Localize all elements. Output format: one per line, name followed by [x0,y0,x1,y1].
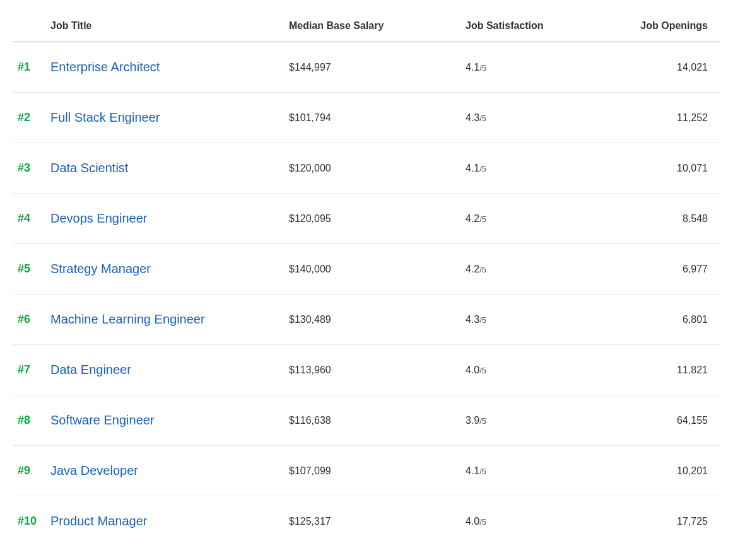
header-salary: Median Base Salary [284,13,460,42]
satisfaction-suffix: /5 [479,265,486,274]
openings-cell: 11,252 [618,93,720,143]
satisfaction-suffix: /5 [479,416,486,426]
header-job-title: Job Title [50,13,284,42]
job-title-link[interactable]: Machine Learning Engineer [50,312,205,326]
salary-cell: $116,638 [284,395,460,446]
satisfaction-cell: 4.1/5 [460,143,618,194]
title-cell: Full Stack Engineer [50,93,284,143]
satisfaction-value: 4.0 [466,365,479,375]
satisfaction-value: 4.3 [466,314,479,325]
satisfaction-value: 4.3 [466,112,479,123]
table-row: #4Devops Engineer$120,0954.2/58,548 [13,194,720,244]
job-title-link[interactable]: Software Engineer [50,413,155,427]
jobs-table: Job Title Median Base Salary Job Satisfa… [13,13,720,546]
rank-cell: #8 [13,395,50,446]
salary-cell: $107,099 [284,446,460,496]
rank-cell: #9 [13,446,50,496]
satisfaction-suffix: /5 [479,517,486,527]
openings-cell: 10,071 [618,143,720,194]
rank-cell: #7 [13,345,50,395]
job-title-link[interactable]: Product Manager [50,514,147,528]
rank-cell: #4 [13,194,50,244]
openings-cell: 6,801 [618,295,720,345]
title-cell: Data Engineer [50,345,284,395]
rank-cell: #10 [13,496,50,547]
satisfaction-suffix: /5 [479,315,486,325]
table-row: #3Data Scientist$120,0004.1/510,071 [13,143,720,194]
openings-cell: 11,821 [618,345,720,395]
satisfaction-value: 3.9 [466,415,479,426]
satisfaction-value: 4.0 [466,516,479,527]
satisfaction-value: 4.1 [466,163,479,173]
table-row: #10Product Manager$125,3174.0/517,725 [13,496,720,547]
title-cell: Enterprise Architect [50,42,284,93]
header-satisfaction: Job Satisfaction [460,13,618,42]
job-title-link[interactable]: Full Stack Engineer [50,110,160,124]
satisfaction-suffix: /5 [479,366,486,375]
title-cell: Machine Learning Engineer [50,295,284,345]
title-cell: Data Scientist [50,143,284,194]
salary-cell: $144,997 [284,42,460,93]
rank-cell: #2 [13,93,50,143]
satisfaction-cell: 4.2/5 [460,244,618,295]
job-title-link[interactable]: Devops Engineer [50,211,147,225]
rank-cell: #1 [13,42,50,93]
title-cell: Java Developer [50,446,284,496]
job-title-link[interactable]: Data Engineer [50,363,131,376]
table-row: #1Enterprise Architect$144,9974.1/514,02… [13,42,720,93]
table-header-row: Job Title Median Base Salary Job Satisfa… [13,13,720,42]
satisfaction-cell: 4.3/5 [460,93,618,143]
title-cell: Software Engineer [50,395,284,446]
satisfaction-suffix: /5 [479,164,486,173]
satisfaction-cell: 3.9/5 [460,395,618,446]
salary-cell: $120,095 [284,194,460,244]
job-title-link[interactable]: Enterprise Architect [50,60,160,74]
satisfaction-value: 4.2 [466,213,479,224]
table-row: #7Data Engineer$113,9604.0/511,821 [13,345,720,395]
satisfaction-cell: 4.0/5 [460,345,618,395]
openings-cell: 64,155 [618,395,720,446]
satisfaction-cell: 4.2/5 [460,194,618,244]
satisfaction-suffix: /5 [479,63,486,73]
satisfaction-suffix: /5 [479,114,486,123]
satisfaction-suffix: /5 [479,467,486,476]
salary-cell: $113,960 [284,345,460,395]
satisfaction-cell: 4.0/5 [460,496,618,547]
job-title-link[interactable]: Java Developer [50,464,138,477]
openings-cell: 10,201 [618,446,720,496]
table-row: #5Strategy Manager$140,0004.2/56,977 [13,244,720,295]
openings-cell: 14,021 [618,42,720,93]
salary-cell: $130,489 [284,295,460,345]
rank-cell: #3 [13,143,50,194]
header-openings: Job Openings [618,13,720,42]
satisfaction-cell: 4.1/5 [460,446,618,496]
salary-cell: $101,794 [284,93,460,143]
openings-cell: 17,725 [618,496,720,547]
openings-cell: 8,548 [618,194,720,244]
rank-cell: #5 [13,244,50,295]
table-row: #2Full Stack Engineer$101,7944.3/511,252 [13,93,720,143]
openings-cell: 6,977 [618,244,720,295]
salary-cell: $125,317 [284,496,460,547]
satisfaction-value: 4.1 [466,62,479,73]
rank-cell: #6 [13,295,50,345]
satisfaction-value: 4.2 [466,264,479,274]
title-cell: Product Manager [50,496,284,547]
table-row: #6Machine Learning Engineer$130,4894.3/5… [13,295,720,345]
satisfaction-cell: 4.3/5 [460,295,618,345]
satisfaction-suffix: /5 [479,214,486,224]
header-rank [13,13,50,42]
job-title-link[interactable]: Data Scientist [50,161,128,175]
satisfaction-value: 4.1 [466,465,479,476]
title-cell: Devops Engineer [50,194,284,244]
salary-cell: $120,000 [284,143,460,194]
satisfaction-cell: 4.1/5 [460,42,618,93]
salary-cell: $140,000 [284,244,460,295]
title-cell: Strategy Manager [50,244,284,295]
table-row: #9Java Developer$107,0994.1/510,201 [13,446,720,496]
table-row: #8Software Engineer$116,6383.9/564,155 [13,395,720,446]
job-title-link[interactable]: Strategy Manager [50,262,151,276]
